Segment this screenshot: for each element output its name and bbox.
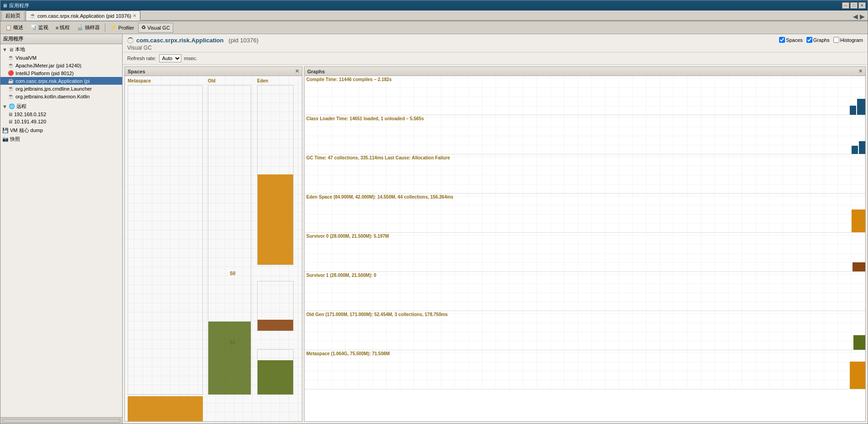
- profiler-icon: ⚡: [110, 25, 117, 31]
- toolbar-overview[interactable]: 📋 概述: [2, 23, 26, 33]
- checkbox-histogram[interactable]: Histogram: [833, 37, 863, 43]
- close-button[interactable]: ✕: [858, 2, 866, 9]
- sidebar-item-casc[interactable]: ☕ com.casc.srpx.risk.Application (pi: [0, 77, 122, 85]
- loading-spinner: [127, 37, 134, 44]
- sidebar-item-vm-dump[interactable]: 💾 VM 核心 dump: [0, 126, 122, 135]
- visual-gc-label: Visual GC: [147, 25, 170, 31]
- graph-row-compile: Compile Time: 11446 compiles – 2.182s: [305, 76, 865, 115]
- title-bar: 🖥 应用程序 ─ □ ✕: [0, 0, 868, 10]
- content-panel: com.casc.srpx.risk.Application (pid 1037…: [123, 34, 868, 424]
- eden-graph-bar: [852, 209, 865, 232]
- graphs-panel-header: Graphs ✕: [305, 67, 865, 76]
- toolbar-profiler[interactable]: ⚡ Profiler: [107, 23, 137, 33]
- spaces-panel-close[interactable]: ✕: [295, 68, 299, 74]
- item-label-kotlin: org.jetbrains.kotlin.daemon.Kotlin: [16, 94, 90, 99]
- sidebar-bottom: [0, 417, 122, 424]
- profiler-label: Profiler: [118, 25, 134, 31]
- spaces-panel: Spaces ✕ Metaspace Old Eden S0 S1: [124, 66, 302, 422]
- metaspace-graph-bar: [850, 362, 865, 389]
- snapshot-icon: 📷: [2, 136, 9, 142]
- metaspace-label: Metaspace: [128, 78, 151, 83]
- item-label-jps: org.jetbrains.jps.cmdline.Launcher: [16, 86, 92, 92]
- s0-graph-label: Survivor 0 (28.000M, 21.500M): 5.197M: [306, 234, 389, 239]
- graph-row-metaspace: Metaspace (1.064G, 75.500M): 71.508M: [305, 350, 865, 389]
- eden-bar-container: [257, 85, 294, 265]
- metaspace-bar: [128, 85, 203, 395]
- threads-label: 线程: [60, 24, 70, 31]
- check-graphs-input[interactable]: [806, 37, 812, 43]
- s0-bar-container: [257, 281, 294, 331]
- toolbar-monitor[interactable]: 📊 监视: [27, 23, 52, 33]
- nav-forward-icon[interactable]: ▶: [860, 13, 865, 20]
- old-label: Old: [208, 78, 216, 83]
- panels-container: Spaces ✕ Metaspace Old Eden S0 S1: [123, 65, 868, 424]
- graph-row-s1: Survivor 1 (28.000M, 21.500M): 0: [305, 272, 865, 311]
- graph-row-classloader: Class Loader Time: 14651 loaded, 1 unloa…: [305, 115, 865, 154]
- sidebar-item-snapshot[interactable]: 📷 快照: [0, 135, 122, 143]
- nav-back-icon[interactable]: ◀: [853, 13, 858, 20]
- monitor-icon: 📊: [31, 25, 37, 31]
- refresh-unit: msec.: [184, 56, 197, 61]
- title-bar-icon: 🖥: [2, 3, 7, 8]
- item-label-snapshot: 快照: [10, 136, 20, 143]
- graph-row-s0: Survivor 0 (28.000M, 21.500M): 5.197M: [305, 233, 865, 272]
- sidebar-item-jmeter[interactable]: ☕ ApacheJMeter.jar (pid 14240): [0, 61, 122, 69]
- minimize-button[interactable]: ─: [842, 2, 849, 9]
- tab-app-icon: ☕: [30, 13, 36, 19]
- metaspace-graph-label: Metaspace (1.064G, 75.500M): 71.508M: [306, 351, 390, 356]
- section-local-header[interactable]: ▼ 🖥 本地: [0, 45, 122, 54]
- visual-gc-icon: ♻: [141, 25, 146, 31]
- host-icon-2: 🖥: [8, 119, 13, 124]
- sidebar-item-ip2[interactable]: 🖥 10.191.49.120: [0, 118, 122, 125]
- sidebar: 应用程序 ▼ 🖥 本地 ☕ VisualVM ☕ Apa: [0, 34, 123, 424]
- tab-start-page[interactable]: 起始页: [1, 10, 25, 20]
- network-icon: 🌐: [9, 103, 15, 109]
- title-bar-text: 应用程序: [9, 2, 29, 9]
- app-icon-casc: ☕: [8, 78, 14, 84]
- sidebar-item-jps[interactable]: ☕ org.jetbrains.jps.cmdline.Launcher: [0, 85, 122, 92]
- expand-icon: ▼: [2, 47, 7, 52]
- item-label-ip1: 192.168.0.152: [14, 112, 46, 117]
- sidebar-scrollbar[interactable]: [2, 419, 120, 423]
- tab-app[interactable]: ☕ com.casc.srpx.risk.Application (pid 10…: [26, 10, 140, 20]
- item-label-ip2: 10.191.49.120: [14, 119, 46, 124]
- main-content: 应用程序 ▼ 🖥 本地 ☕ VisualVM ☕ Apa: [0, 34, 868, 424]
- checkbox-spaces[interactable]: Spaces: [779, 37, 803, 43]
- toolbar-threads[interactable]: ≡ 线程: [52, 23, 73, 33]
- section-remote-header[interactable]: ▼ 🌐 远程: [0, 102, 122, 111]
- sampler-label: 抽样器: [85, 24, 100, 31]
- s1-graph-label: Survivor 1 (28.000M, 21.500M): 0: [306, 273, 376, 278]
- check-spaces-label: Spaces: [786, 37, 803, 43]
- app-icon-jps: ☕: [8, 86, 14, 92]
- app-title: com.casc.srpx.risk.Application (pid 1037…: [136, 37, 258, 44]
- item-label-vm-dump: VM 核心 dump: [10, 127, 43, 134]
- check-histogram-label: Histogram: [840, 37, 863, 43]
- tab-start-label: 起始页: [5, 12, 21, 19]
- section-remote: ▼ 🌐 远程 🖥 192.168.0.152 🖥 10.191.49.120: [0, 101, 122, 126]
- metaspace-fill: [128, 396, 203, 421]
- check-spaces-input[interactable]: [779, 37, 785, 43]
- graphs-panel-close[interactable]: ✕: [858, 68, 863, 74]
- remote-label: 远程: [16, 103, 26, 110]
- check-histogram-input[interactable]: [833, 37, 839, 43]
- refresh-bar: Refresh rate: Auto 100 200 500 msec.: [123, 52, 868, 65]
- eden-label: Eden: [257, 78, 268, 83]
- old-graph-bar: [853, 335, 865, 350]
- sidebar-header: 应用程序: [0, 34, 122, 44]
- local-label: 本地: [15, 46, 25, 53]
- sidebar-item-visualvm[interactable]: ☕ VisualVM: [0, 54, 122, 61]
- tab-bar: 起始页 ☕ com.casc.srpx.risk.Application (pi…: [0, 10, 868, 21]
- toolbar-visual-gc[interactable]: ♻ Visual GC: [138, 23, 173, 33]
- old-fill: [208, 322, 251, 394]
- refresh-select[interactable]: Auto 100 200 500: [159, 54, 181, 62]
- restore-button[interactable]: □: [850, 2, 858, 9]
- sidebar-item-kotlin[interactable]: ☕ org.jetbrains.kotlin.daemon.Kotlin: [0, 92, 122, 100]
- sidebar-item-ip1[interactable]: 🖥 192.168.0.152: [0, 111, 122, 118]
- tab-close-icon[interactable]: ✕: [133, 13, 136, 18]
- toolbar-sampler[interactable]: 🔬 抽样器: [74, 23, 103, 33]
- graph-row-eden: Eden Space (84.000M, 42.000M): 14.550M, …: [305, 194, 865, 233]
- sidebar-item-intellij[interactable]: 🔴 IntelliJ Platform (pid 8012): [0, 69, 122, 77]
- checkbox-graphs[interactable]: Graphs: [806, 37, 830, 43]
- sidebar-title: 应用程序: [3, 36, 23, 42]
- item-label-intellij: IntelliJ Platform (pid 8012): [16, 71, 74, 76]
